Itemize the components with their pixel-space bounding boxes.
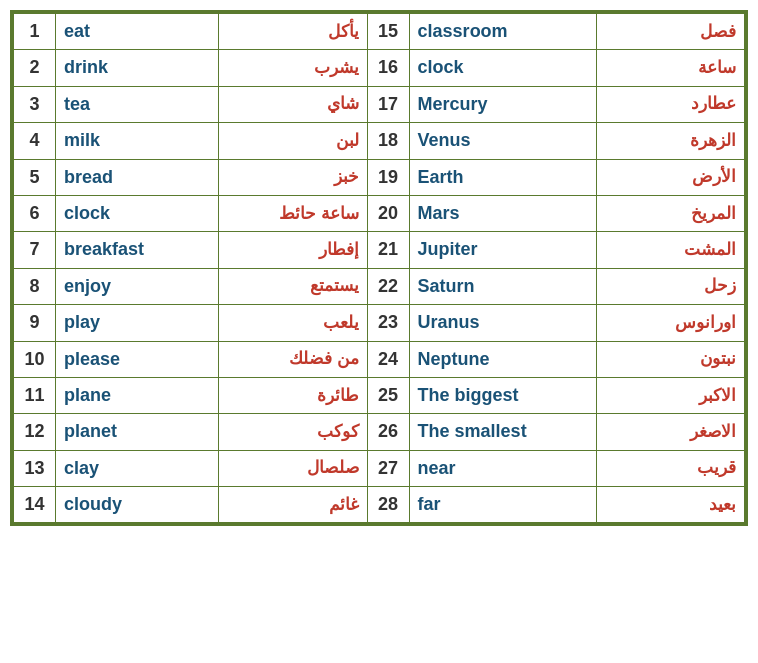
arabic-word: غائم [219,487,367,523]
table-row: 11 plane طائرة 25 The biggest الاكبر [14,377,745,413]
row-num-right: 25 [367,377,409,413]
row-num-left: 5 [14,159,56,195]
arabic-word: خبز [219,159,367,195]
english-word: clay [56,450,219,486]
english-word: bread [56,159,219,195]
english-word: drink [56,50,219,86]
english-word-right: near [409,450,596,486]
arabic-word: ساعة حائط [219,195,367,231]
arabic-word-right: اورانوس [596,305,744,341]
arabic-word-right: الاكبر [596,377,744,413]
row-num-left: 4 [14,123,56,159]
row-num-left: 14 [14,487,56,523]
vocabulary-table: 1 eat يأكل 15 classroom فصل 2 drink يشرب… [10,10,748,526]
row-num-left: 10 [14,341,56,377]
table-row: 3 tea شاي 17 Mercury عطارد [14,86,745,122]
row-num-right: 23 [367,305,409,341]
arabic-word: شاي [219,86,367,122]
row-num-right: 18 [367,123,409,159]
arabic-word-right: فصل [596,14,744,50]
row-num-left: 12 [14,414,56,450]
row-num-left: 9 [14,305,56,341]
english-word-right: Uranus [409,305,596,341]
english-word: enjoy [56,268,219,304]
arabic-word: لبن [219,123,367,159]
english-word: play [56,305,219,341]
english-word-right: Jupiter [409,232,596,268]
table-row: 13 clay صلصال 27 near قريب [14,450,745,486]
english-word: plane [56,377,219,413]
row-num-right: 26 [367,414,409,450]
arabic-word-right: زحل [596,268,744,304]
arabic-word: يستمتع [219,268,367,304]
row-num-left: 11 [14,377,56,413]
arabic-word-right: قريب [596,450,744,486]
table-row: 9 play يلعب 23 Uranus اورانوس [14,305,745,341]
table-row: 12 planet كوكب 26 The smallest الاصغر [14,414,745,450]
row-num-left: 8 [14,268,56,304]
table-row: 7 breakfast إفطار 21 Jupiter المشت [14,232,745,268]
arabic-word-right: الأرض [596,159,744,195]
arabic-word-right: عطارد [596,86,744,122]
english-word-right: far [409,487,596,523]
row-num-right: 16 [367,50,409,86]
arabic-word: كوكب [219,414,367,450]
arabic-word: يشرب [219,50,367,86]
row-num-right: 28 [367,487,409,523]
row-num-left: 2 [14,50,56,86]
row-num-left: 13 [14,450,56,486]
english-word-right: clock [409,50,596,86]
row-num-left: 3 [14,86,56,122]
arabic-word-right: ساعة [596,50,744,86]
english-word: cloudy [56,487,219,523]
english-word-right: Saturn [409,268,596,304]
english-word: tea [56,86,219,122]
row-num-left: 6 [14,195,56,231]
english-word: eat [56,14,219,50]
row-num-right: 21 [367,232,409,268]
english-word-right: The biggest [409,377,596,413]
row-num-right: 19 [367,159,409,195]
table-row: 1 eat يأكل 15 classroom فصل [14,14,745,50]
row-num-right: 22 [367,268,409,304]
english-word-right: Earth [409,159,596,195]
arabic-word-right: المريخ [596,195,744,231]
arabic-word-right: المشت [596,232,744,268]
table-row: 2 drink يشرب 16 clock ساعة [14,50,745,86]
english-word: breakfast [56,232,219,268]
arabic-word-right: نبتون [596,341,744,377]
table-row: 4 milk لبن 18 Venus الزهرة [14,123,745,159]
arabic-word: يلعب [219,305,367,341]
arabic-word-right: الاصغر [596,414,744,450]
row-num-right: 27 [367,450,409,486]
arabic-word: إفطار [219,232,367,268]
row-num-right: 15 [367,14,409,50]
english-word: planet [56,414,219,450]
row-num-right: 20 [367,195,409,231]
row-num-right: 17 [367,86,409,122]
row-num-left: 7 [14,232,56,268]
english-word: please [56,341,219,377]
arabic-word: طائرة [219,377,367,413]
table-row: 8 enjoy يستمتع 22 Saturn زحل [14,268,745,304]
english-word-right: The smallest [409,414,596,450]
arabic-word: من فضلك [219,341,367,377]
english-word-right: Neptune [409,341,596,377]
english-word-right: Mercury [409,86,596,122]
arabic-word-right: الزهرة [596,123,744,159]
english-word-right: Venus [409,123,596,159]
table-row: 5 bread خبز 19 Earth الأرض [14,159,745,195]
english-word-right: classroom [409,14,596,50]
arabic-word-right: بعيد [596,487,744,523]
english-word: clock [56,195,219,231]
arabic-word: صلصال [219,450,367,486]
row-num-right: 24 [367,341,409,377]
arabic-word: يأكل [219,14,367,50]
table-row: 10 please من فضلك 24 Neptune نبتون [14,341,745,377]
english-word: milk [56,123,219,159]
row-num-left: 1 [14,14,56,50]
english-word-right: Mars [409,195,596,231]
table-row: 6 clock ساعة حائط 20 Mars المريخ [14,195,745,231]
table-row: 14 cloudy غائم 28 far بعيد [14,487,745,523]
